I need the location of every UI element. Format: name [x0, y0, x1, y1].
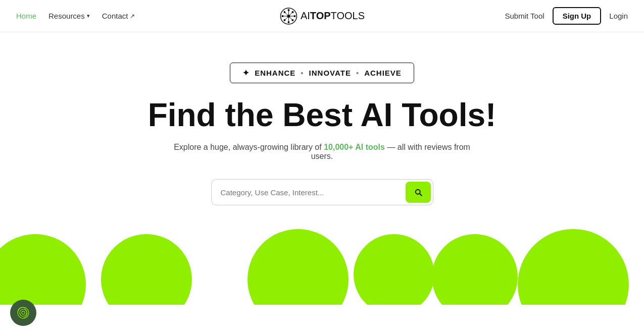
nav-home[interactable]: Home [16, 12, 36, 20]
badge-word2: INNOVATE [309, 69, 351, 77]
hero-title: Find the Best AI Tools! [148, 97, 497, 133]
nav-contact-label: Contact [102, 12, 128, 20]
logo-icon [279, 7, 298, 25]
search-bar [211, 179, 433, 205]
navbar: Home Resources ▾ Contact ↗ [0, 0, 644, 32]
hero-badge: ✦ ENHANCE • INNOVATE • ACHIEVE [230, 63, 414, 83]
search-button[interactable] [406, 182, 431, 203]
svg-point-20 [22, 311, 25, 314]
svg-line-13 [288, 16, 292, 20]
login-button[interactable]: Login [609, 12, 628, 20]
submit-tool-link[interactable]: Submit Tool [505, 12, 544, 20]
svg-line-11 [288, 12, 292, 16]
chevron-down-icon: ▾ [87, 13, 90, 19]
fingerprint-icon [16, 306, 30, 320]
search-input[interactable] [212, 181, 404, 204]
bottom-widget[interactable] [10, 300, 36, 326]
nav-contact[interactable]: Contact ↗ [102, 12, 135, 20]
nav-resources-label: Resources [48, 12, 85, 20]
hero-section: ✦ ENHANCE • INNOVATE • ACHIEVE Find the … [0, 32, 644, 305]
svg-point-19 [20, 309, 27, 316]
logo-text: AITOPTOOLS [301, 10, 365, 22]
site-logo[interactable]: AITOPTOOLS [279, 7, 365, 25]
signup-button[interactable]: Sign Up [553, 7, 602, 25]
sparkle-icon: ✦ [242, 68, 250, 78]
hero-subtitle: Explore a huge, always-growing library o… [171, 143, 474, 161]
svg-line-10 [284, 12, 288, 16]
search-icon [414, 188, 423, 197]
badge-word3: ACHIEVE [364, 69, 402, 77]
svg-line-12 [284, 16, 288, 20]
badge-word1: ENHANCE [255, 69, 295, 77]
nav-resources[interactable]: Resources ▾ [48, 12, 90, 20]
external-link-icon: ↗ [130, 13, 135, 20]
blob-decoration [0, 194, 644, 305]
